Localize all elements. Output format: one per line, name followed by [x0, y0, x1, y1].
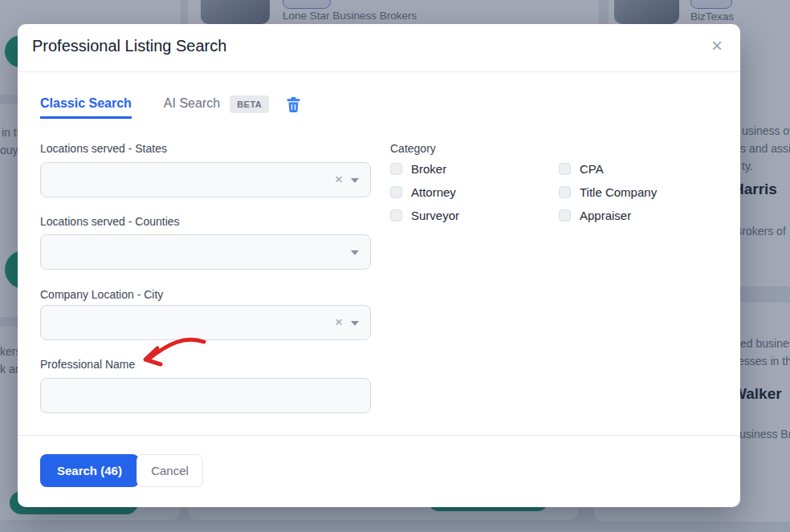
checkbox-icon[interactable]: [390, 163, 402, 175]
modal-header: Professional Listing Search ×: [18, 24, 740, 72]
checkbox-label: Appraiser: [580, 209, 631, 222]
counties-label: Locations served - Counties: [40, 215, 180, 228]
states-select[interactable]: ×: [40, 162, 371, 197]
footer-divider: [18, 435, 740, 436]
checkbox-icon[interactable]: [559, 186, 571, 198]
checkbox-title-company[interactable]: Title Company: [559, 185, 657, 198]
checkbox-icon[interactable]: [559, 163, 571, 175]
trash-icon[interactable]: [287, 97, 300, 112]
counties-select[interactable]: [40, 234, 371, 270]
search-tabs: Classic Search AI Search BETA: [40, 95, 300, 119]
checkbox-icon[interactable]: [390, 209, 402, 221]
beta-badge: BETA: [230, 95, 269, 113]
checkbox-label: Title Company: [580, 185, 657, 199]
checkbox-attorney[interactable]: Attorney: [390, 185, 559, 198]
professional-name-label: Professional Name: [40, 358, 135, 371]
professional-listing-search-modal: Professional Listing Search × Classic Se…: [18, 24, 740, 507]
category-label: Category: [390, 142, 436, 155]
clear-icon[interactable]: ×: [335, 315, 343, 331]
chevron-down-icon[interactable]: [351, 178, 359, 183]
checkbox-label: CPA: [580, 162, 604, 176]
checkbox-label: Attorney: [411, 185, 456, 199]
checkbox-appraiser[interactable]: Appraiser: [559, 209, 657, 221]
clear-icon[interactable]: ×: [335, 172, 343, 188]
chevron-down-icon[interactable]: [351, 321, 359, 326]
checkbox-broker[interactable]: Broker: [390, 162, 559, 175]
tab-ai-search[interactable]: AI Search: [164, 96, 220, 119]
professional-name-input[interactable]: [40, 378, 371, 413]
states-label: Locations served - States: [40, 142, 167, 155]
checkbox-label: Surveyor: [411, 209, 459, 222]
modal-title: Professional Listing Search: [32, 37, 226, 55]
close-icon[interactable]: ×: [711, 36, 723, 55]
red-annotation-arrow-icon: [135, 334, 209, 372]
checkbox-icon[interactable]: [390, 186, 402, 198]
checkbox-surveyor[interactable]: Surveyor: [390, 209, 559, 221]
checkbox-icon[interactable]: [559, 209, 571, 221]
tab-classic-search[interactable]: Classic Search: [40, 96, 132, 119]
checkbox-cpa[interactable]: CPA: [559, 162, 657, 175]
city-label: Company Location - City: [40, 288, 163, 301]
checkbox-label: Broker: [411, 162, 446, 176]
chevron-down-icon[interactable]: [351, 250, 359, 255]
cancel-button[interactable]: Cancel: [136, 454, 203, 487]
search-button[interactable]: Search (46): [40, 454, 139, 487]
category-checkbox-group: Broker CPA Attorney Title Company Survey…: [390, 162, 657, 221]
